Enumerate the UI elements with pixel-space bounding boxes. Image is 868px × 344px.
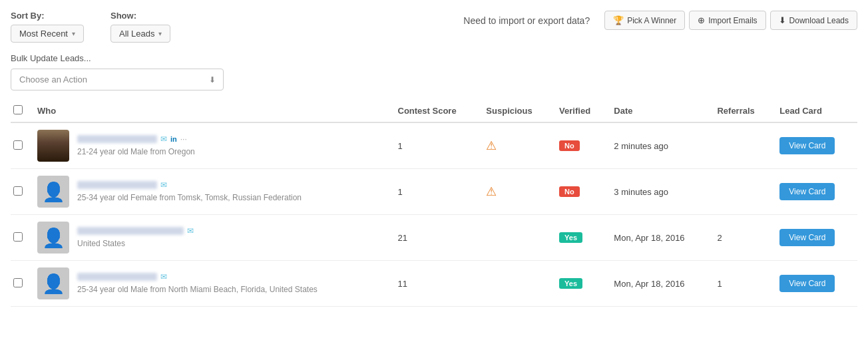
who-cell: ✉in···21-24 year old Male from Oregon (31, 122, 391, 169)
who-inner: ✉in···21-24 year old Male from Oregon (37, 130, 385, 162)
referrals-cell: 2 (710, 215, 773, 261)
who-info: ✉United States (77, 226, 194, 250)
default-avatar-icon: 👤 (42, 227, 65, 249)
who-description: United States (77, 238, 194, 250)
sort-section: Sort By: Most Recent ▾ (11, 11, 84, 43)
who-info: ✉in···21-24 year old Male from Oregon (77, 134, 195, 158)
who-inner: 👤✉25-34 year old Male from North Miami B… (37, 267, 385, 299)
who-name-row: ✉ (77, 180, 302, 190)
who-description: 25-34 year old Female from Tomsk, Tomsk,… (77, 192, 302, 204)
email-icon[interactable]: ✉ (160, 272, 167, 281)
date-cell: Mon, Apr 18, 2016 (607, 261, 710, 307)
show-arrow: ▾ (158, 30, 162, 37)
action-select-wrapper: Choose an Action Delete Selected Export … (11, 69, 224, 90)
download-leads-icon: ⬇ (779, 15, 786, 25)
who-name-row: ✉ (77, 272, 318, 281)
name-blur (77, 273, 157, 281)
col-checkbox (11, 100, 31, 122)
contest-score-cell: 1 (391, 169, 480, 215)
col-who: Who (31, 100, 391, 122)
col-verified: Verified (552, 100, 607, 122)
verified-badge: Yes (559, 232, 582, 243)
import-emails-icon: ⊕ (698, 15, 705, 25)
contest-score-cell: 11 (391, 261, 480, 307)
verified-badge: No (559, 140, 580, 151)
name-blur (77, 181, 157, 189)
bulk-section: Bulk Update Leads... Choose an Action De… (11, 53, 857, 90)
lead-card-cell: View Card (773, 169, 857, 215)
show-section: Show: All Leads ▾ (110, 11, 170, 43)
pick-winner-label: Pick A Winner (627, 16, 676, 25)
lead-card-cell: View Card (773, 122, 857, 169)
download-leads-button[interactable]: ⬇ Download Leads (770, 11, 857, 30)
more-icon[interactable]: ··· (180, 134, 187, 144)
pick-winner-button[interactable]: 🏆 Pick A Winner (604, 11, 685, 30)
row-checkbox-cell (11, 261, 31, 307)
date-cell: 2 minutes ago (607, 122, 710, 169)
export-import-label: Need to import or export data? (463, 15, 590, 26)
avatar: 👤 (37, 267, 69, 299)
verified-cell: Yes (552, 215, 607, 261)
download-leads-label: Download Leads (789, 16, 849, 25)
referrals-cell (710, 169, 773, 215)
row-checkbox-cell (11, 169, 31, 215)
show-label: Show: (110, 11, 170, 21)
sort-arrow: ▾ (72, 30, 75, 37)
show-dropdown[interactable]: All Leads ▾ (110, 25, 170, 43)
row-checkbox[interactable] (13, 278, 23, 287)
verified-badge: No (559, 186, 580, 197)
row-checkbox-cell (11, 215, 31, 261)
col-date: Date (607, 100, 710, 122)
verified-cell: Yes (552, 261, 607, 307)
suspicious-cell: ⚠ (479, 169, 552, 215)
who-inner: 👤✉United States (37, 222, 385, 254)
email-icon[interactable]: ✉ (160, 134, 167, 144)
suspicious-cell: ⚠ (479, 122, 552, 169)
table-row: 👤✉25-34 year old Female from Tomsk, Toms… (11, 169, 857, 215)
verified-cell: No (552, 169, 607, 215)
avatar: 👤 (37, 176, 69, 208)
who-cell: 👤✉25-34 year old Male from North Miami B… (31, 261, 391, 307)
table-row: 👤✉25-34 year old Male from North Miami B… (11, 261, 857, 307)
view-card-button[interactable]: View Card (779, 275, 835, 292)
view-card-button[interactable]: View Card (779, 137, 835, 154)
sort-label: Sort By: (11, 11, 84, 21)
verified-badge: Yes (559, 278, 582, 289)
email-icon[interactable]: ✉ (187, 226, 194, 236)
row-checkbox[interactable] (13, 140, 23, 150)
who-inner: 👤✉25-34 year old Female from Tomsk, Toms… (37, 176, 385, 208)
suspicious-warning-icon: ⚠ (486, 185, 497, 198)
suspicious-cell (479, 215, 552, 261)
top-bar: Sort By: Most Recent ▾ Show: All Leads ▾… (11, 11, 857, 43)
import-emails-label: Import Emails (708, 16, 757, 25)
table-row: ✉in···21-24 year old Male from Oregon1⚠N… (11, 122, 857, 169)
lead-card-cell: View Card (773, 215, 857, 261)
linkedin-icon[interactable]: in (170, 135, 177, 143)
view-card-button[interactable]: View Card (779, 229, 835, 246)
who-name-row: ✉in··· (77, 134, 195, 144)
who-description: 21-24 year old Male from Oregon (77, 146, 195, 158)
lead-card-cell: View Card (773, 261, 857, 307)
show-value: All Leads (119, 29, 154, 39)
who-info: ✉25-34 year old Female from Tomsk, Tomsk… (77, 180, 302, 204)
top-left-controls: Sort By: Most Recent ▾ Show: All Leads ▾ (11, 11, 170, 43)
col-referrals: Referrals (710, 100, 773, 122)
import-emails-button[interactable]: ⊕ Import Emails (689, 11, 765, 30)
name-blur (77, 135, 157, 143)
row-checkbox[interactable] (13, 186, 23, 196)
table-header: Who Contest Score Suspicious Verified Da… (11, 100, 857, 122)
row-checkbox-cell (11, 122, 31, 169)
email-icon[interactable]: ✉ (160, 180, 167, 190)
view-card-button[interactable]: View Card (779, 183, 835, 200)
who-cell: 👤✉25-34 year old Female from Tomsk, Toms… (31, 169, 391, 215)
row-checkbox[interactable] (13, 232, 23, 242)
bulk-update-label: Bulk Update Leads... (11, 53, 857, 63)
select-all-checkbox[interactable] (13, 105, 23, 114)
avatar (37, 130, 69, 162)
who-description: 25-34 year old Male from North Miami Bea… (77, 284, 318, 295)
col-suspicious: Suspicious (479, 100, 552, 122)
sort-dropdown[interactable]: Most Recent ▾ (11, 25, 84, 43)
leads-table: Who Contest Score Suspicious Verified Da… (11, 100, 857, 307)
bulk-action-select[interactable]: Choose an Action Delete Selected Export … (11, 69, 224, 90)
top-right-controls: Need to import or export data? 🏆 Pick A … (463, 11, 857, 30)
